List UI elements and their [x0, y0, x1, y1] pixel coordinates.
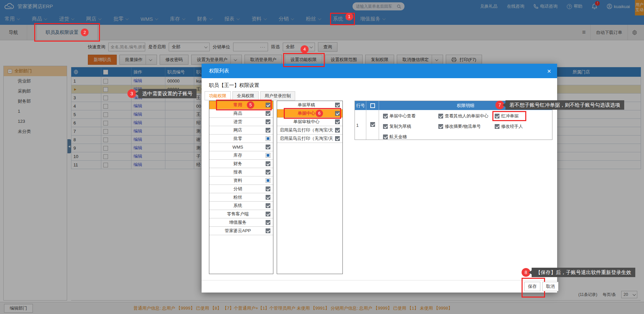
dialog-header: 权限列表 × — [202, 64, 557, 78]
module-checkbox[interactable] — [266, 212, 270, 216]
function-checkbox[interactable] — [335, 103, 340, 107]
module-row[interactable]: 库存 — [209, 151, 273, 160]
function-checkbox[interactable] — [335, 119, 340, 124]
annotation-badge-2: 2 — [81, 29, 89, 36]
permission-checkbox[interactable] — [495, 124, 499, 129]
cancel-button[interactable]: 取消 — [542, 282, 558, 291]
permission-checkbox[interactable] — [383, 114, 388, 118]
module-checkbox[interactable] — [266, 145, 270, 149]
module-checkbox[interactable] — [266, 220, 270, 225]
module-row[interactable]: 商品 — [209, 109, 273, 118]
module-row[interactable]: 进货 — [209, 118, 273, 126]
function-checkbox[interactable] — [335, 136, 340, 141]
module-row[interactable]: 管家婆云APP — [209, 227, 273, 235]
permission-checkbox[interactable] — [383, 124, 388, 129]
module-row[interactable]: WMS — [209, 143, 273, 151]
annotation-tooltip-7: 若不想子账号红冲单据，则不给子账号勾选该选项 — [505, 100, 624, 110]
function-row[interactable]: 启用菜鸟云打印（有淘宝/天 — [277, 126, 342, 135]
dialog-tab-global-permissions[interactable]: 全局权限 — [232, 91, 259, 100]
module-row[interactable]: 财务 — [209, 160, 273, 168]
toolbar-button[interactable]: 设置功能权限 — [285, 55, 322, 65]
dialog-tab-login-control[interactable]: 用户登录控制 — [260, 91, 295, 100]
close-icon[interactable]: × — [547, 68, 551, 74]
module-row[interactable]: 零售客户端 — [209, 210, 273, 218]
dialog-footer-divider — [202, 280, 557, 280]
module-checkbox[interactable] — [266, 119, 270, 124]
module-row[interactable]: 常用 — [209, 101, 273, 109]
permission-checkbox[interactable] — [438, 114, 443, 118]
permission-item[interactable]: 红冲单据 — [495, 113, 523, 119]
function-row[interactable]: 启用菜鸟云打印（无淘宝/天 — [277, 135, 342, 143]
permission-item[interactable]: 航天金穗 — [383, 134, 438, 140]
module-row[interactable]: 批零 — [209, 135, 273, 143]
permission-grid-row: 1 单据中心查看 查看其他人的单据中心 红冲单据 复制为草 — [355, 110, 552, 140]
grid-row-number: 1 — [355, 110, 366, 140]
menu-item[interactable]: 系统 — [333, 16, 347, 22]
permission-checkbox[interactable] — [383, 135, 388, 139]
module-checkbox[interactable] — [266, 178, 270, 183]
module-list: 常用 商品 进货 网店 批零 WMS 库存 财务 — [209, 101, 273, 274]
function-list: 单据草稿 单据中心 单据审核中心 启用菜鸟云打印（有淘宝/天 启用菜鸟云打印（无… — [277, 101, 343, 274]
permission-item[interactable]: 查看其他人的单据中心 — [438, 113, 495, 119]
permission-item[interactable]: 单据中心查看 — [383, 113, 438, 119]
module-checkbox[interactable] — [266, 203, 270, 208]
module-checkbox[interactable] — [266, 187, 270, 191]
save-button[interactable]: 保存 — [524, 282, 540, 291]
permission-checkbox[interactable] — [495, 114, 499, 118]
permission-item[interactable]: 复制为草稿 — [383, 123, 438, 129]
chevron-down-icon — [345, 17, 348, 20]
dialog-tab-function-permissions[interactable]: 功能权限 — [205, 91, 231, 100]
module-checkbox[interactable] — [266, 103, 270, 107]
module-checkbox[interactable] — [266, 128, 270, 133]
function-checkbox[interactable] — [335, 111, 340, 116]
module-checkbox[interactable] — [266, 111, 270, 116]
module-row[interactable]: 粉丝 — [209, 193, 273, 202]
permission-item[interactable]: 修改经手人 — [495, 123, 523, 129]
module-checkbox[interactable] — [266, 161, 270, 166]
annotation-tooltip-3: 选中需要设置的子账号 — [138, 89, 197, 98]
function-row[interactable]: 单据审核中心 — [277, 118, 342, 126]
module-checkbox[interactable] — [266, 153, 270, 158]
page: 管家婆网店ERP 请输入菜单名后回车 兑换礼品 在线咨询 电话咨询 ? — [0, 0, 644, 314]
module-row[interactable]: 资料 — [209, 176, 273, 185]
row-no-header: 行号 — [355, 101, 366, 110]
function-checkbox[interactable] — [335, 128, 340, 133]
function-row[interactable]: 单据中心 — [277, 109, 342, 118]
module-checkbox[interactable] — [266, 170, 270, 174]
dialog-subtitle: 职员【王一】权限设置 — [209, 82, 259, 89]
module-checkbox[interactable] — [266, 228, 270, 233]
permission-dialog: 权限列表 × 职员【王一】权限设置 功能权限 全局权限 用户登录控制 常用 商品… — [202, 64, 557, 293]
module-checkbox[interactable] — [266, 195, 270, 200]
permission-checkbox[interactable] — [438, 124, 443, 129]
dialog-title: 权限列表 — [209, 68, 229, 74]
module-row[interactable]: 增值服务 — [209, 218, 273, 227]
annotation-tooltip-8: 【保存】后，子账号退出软件重新登录生效 — [532, 268, 635, 277]
module-row[interactable]: 系统 — [209, 202, 273, 210]
module-row[interactable]: 分销 — [209, 185, 273, 193]
grid-select-all-checkbox[interactable] — [370, 103, 375, 108]
dialog-tabs: 功能权限 全局权限 用户登录控制 — [205, 91, 295, 100]
module-row[interactable]: 报表 — [209, 168, 273, 176]
grid-row-checkbox[interactable] — [370, 122, 375, 127]
module-checkbox[interactable] — [266, 136, 270, 141]
permission-item[interactable]: 修改摘要/物流单号 — [438, 123, 495, 129]
module-row[interactable]: 网店 — [209, 126, 273, 135]
